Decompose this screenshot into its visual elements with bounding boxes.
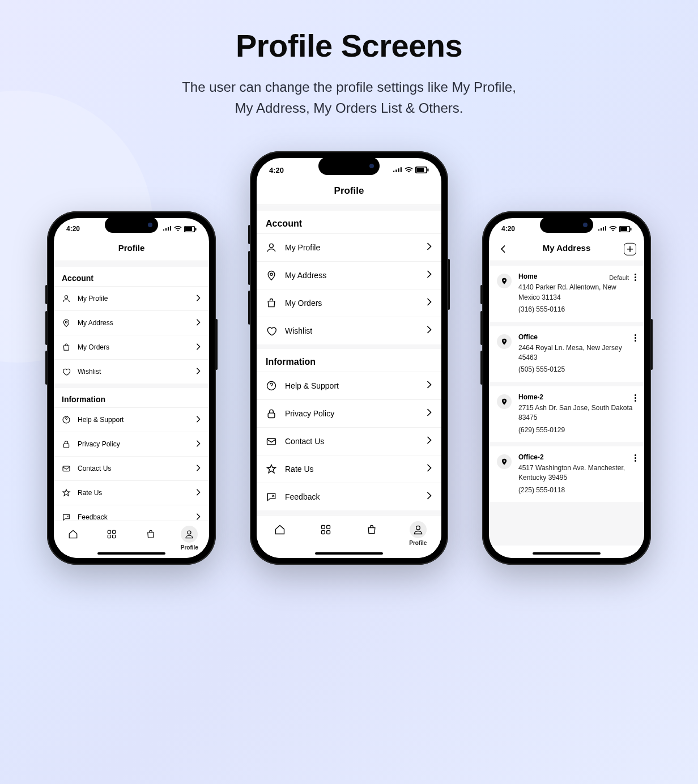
screen-header: Profile (54, 240, 209, 261)
add-address-button[interactable] (624, 243, 636, 255)
chevron-right-icon (195, 342, 201, 352)
battery-icon (184, 226, 197, 232)
home-indicator (533, 552, 601, 555)
address-card[interactable]: Office-2 4517 Washington Ave. Manchester… (489, 446, 644, 502)
user-icon (266, 242, 277, 253)
row-label: Privacy Policy (78, 440, 189, 448)
battery-icon (619, 226, 632, 232)
address-card[interactable]: Office 2464 Royal Ln. Mesa, New Jersey 4… (489, 326, 644, 382)
address-line: 4140 Parker Rd. Allentown, New Mexico 31… (518, 283, 636, 302)
row-label: My Profile (285, 243, 418, 252)
star-icon (62, 488, 71, 497)
row-label: Contact Us (78, 465, 189, 472)
address-title: Home-2 (518, 393, 636, 401)
address-phone: (629) 555-0129 (518, 425, 636, 435)
row-privacy-policy[interactable]: Privacy Policy (54, 432, 209, 456)
svg-rect-24 (326, 531, 330, 534)
tab-grid[interactable]: . (103, 526, 120, 551)
dynamic-island (105, 217, 158, 233)
page-title: Profile Screens (0, 27, 698, 64)
battery-icon (415, 167, 429, 173)
row-rate-us[interactable]: Rate Us (54, 480, 209, 505)
svg-rect-8 (108, 531, 111, 534)
status-indicators (393, 167, 429, 173)
chevron-right-icon (195, 439, 201, 449)
more-icon[interactable] (633, 272, 637, 282)
back-button[interactable] (497, 242, 510, 255)
user-icon (412, 524, 424, 535)
tab-bar: . . . Profile (54, 521, 209, 558)
svg-rect-28 (631, 228, 632, 231)
tab-grid[interactable]: . (317, 521, 334, 546)
dynamic-island (540, 217, 593, 233)
grid-icon (320, 524, 331, 535)
row-privacy-policy[interactable]: Privacy Policy (257, 399, 441, 427)
row-contact-us[interactable]: Contact Us (257, 427, 441, 455)
pin-icon (497, 454, 512, 469)
row-feedback[interactable]: Feedback (257, 483, 441, 510)
row-label: Rate Us (78, 489, 189, 497)
help-icon (266, 380, 277, 391)
chevron-right-icon (426, 464, 432, 474)
help-icon (62, 415, 71, 424)
row-help-support[interactable]: Help & Support (257, 372, 441, 399)
row-label: Wishlist (285, 326, 418, 335)
mail-icon (266, 436, 277, 447)
svg-rect-7 (63, 466, 70, 471)
address-title: Office (518, 333, 636, 341)
default-badge: Default (609, 274, 629, 281)
bag-icon (146, 529, 156, 539)
tab-bag[interactable]: . (142, 526, 159, 551)
svg-point-31 (504, 400, 505, 402)
svg-point-29 (504, 280, 505, 282)
home-icon (274, 524, 286, 535)
row-label: Privacy Policy (285, 409, 418, 418)
pin-icon (497, 394, 512, 409)
cellular-icon (393, 167, 402, 173)
lock-icon (266, 408, 277, 419)
chevron-right-icon (426, 492, 432, 502)
feedback-icon (266, 491, 277, 502)
tab-home[interactable]: . (65, 526, 82, 551)
chevron-right-icon (195, 512, 201, 521)
home-indicator (315, 552, 383, 555)
row-rate-us[interactable]: Rate Us (257, 455, 441, 483)
address-line: 4517 Washington Ave. Manchester, Kentuck… (518, 463, 636, 483)
star-icon (266, 463, 277, 475)
row-wishlist[interactable]: Wishlist (54, 359, 209, 384)
row-my-address[interactable]: My Address (257, 261, 441, 289)
dynamic-island (318, 157, 380, 175)
row-help-support[interactable]: Help & Support (54, 407, 209, 432)
home-icon (68, 529, 78, 539)
tab-profile[interactable]: Profile (409, 521, 427, 546)
pin-icon (266, 270, 277, 281)
user-icon (62, 294, 71, 303)
pin-icon (497, 334, 512, 349)
more-icon[interactable] (633, 453, 637, 463)
row-label: Help & Support (78, 416, 189, 424)
address-line: 2464 Royal Ln. Mesa, New Jersey 45463 (518, 343, 636, 363)
tab-home[interactable]: . (271, 521, 288, 546)
screen-header: My Address (489, 240, 644, 261)
row-feedback[interactable]: Feedback (54, 505, 209, 521)
more-icon[interactable] (633, 393, 637, 403)
tab-bag[interactable]: . (363, 521, 380, 546)
row-my-address[interactable]: My Address (54, 310, 209, 335)
row-wishlist[interactable]: Wishlist (257, 317, 441, 344)
row-my-orders[interactable]: My Orders (54, 335, 209, 359)
svg-point-12 (188, 531, 191, 534)
row-my-profile[interactable]: My Profile (257, 233, 441, 261)
row-contact-us[interactable]: Contact Us (54, 456, 209, 480)
pin-icon (497, 274, 512, 288)
more-icon[interactable] (633, 333, 637, 343)
address-card[interactable]: Home 4140 Parker Rd. Allentown, New Mexi… (489, 266, 644, 321)
tab-profile[interactable]: Profile (181, 526, 198, 551)
svg-rect-11 (113, 535, 116, 538)
row-my-orders[interactable]: My Orders (257, 289, 441, 317)
row-my-profile[interactable]: My Profile (54, 286, 209, 310)
address-card[interactable]: Home-2 2715 Ash Dr. San Jose, South Dako… (489, 386, 644, 442)
row-label: My Profile (78, 295, 189, 302)
chevron-right-icon (426, 242, 432, 253)
tab-bar: . . . Profile (257, 515, 441, 558)
row-label: My Address (285, 271, 418, 280)
